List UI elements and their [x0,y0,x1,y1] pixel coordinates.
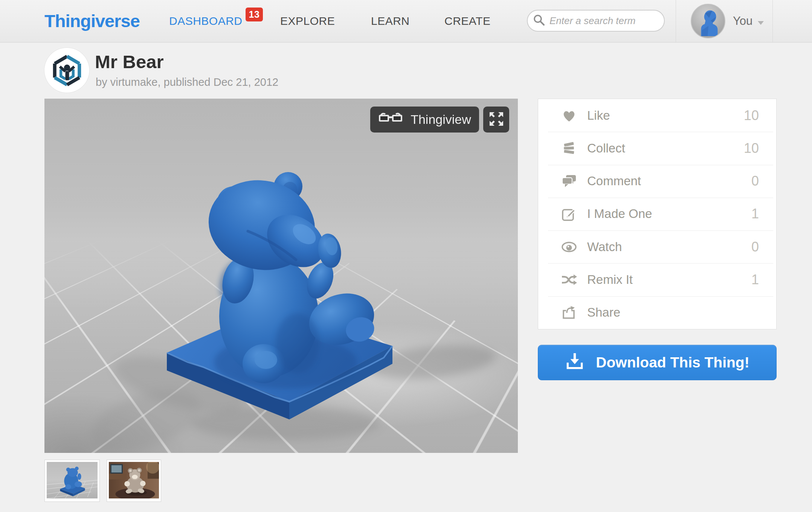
byline: by virtumake, published Dec 21, 2012 [96,76,278,88]
collect-count: 10 [744,140,759,156]
i-made-one-action[interactable]: I Made One 1 [538,198,776,230]
author-link[interactable]: virtumake [110,76,158,88]
search-icon [533,14,545,27]
share-action[interactable]: Share [538,296,776,329]
page-title: Mr Bear [95,51,163,72]
top-nav-bar: Thingiverse DASHBOARD 13 EXPLORE LEARN C… [0,0,812,43]
render-thumbnail[interactable] [44,460,100,502]
share-icon [560,305,578,320]
nav-learn[interactable]: LEARN [371,0,410,42]
remix-count: 1 [751,272,759,288]
collect-stack-icon [560,141,578,155]
search-input[interactable] [549,15,659,27]
like-action[interactable]: Like 10 [538,99,776,132]
nav-dashboard[interactable]: DASHBOARD 13 [169,0,243,42]
user-menu-label[interactable]: You [733,0,752,42]
virtumake-cube-logo [48,51,86,90]
notification-badge[interactable]: 13 [246,8,263,21]
fullscreen-expand-icon [488,111,505,128]
header-divider [772,0,773,42]
bear-model-render [44,99,518,453]
shuffle-icon [560,273,578,286]
thingiverse-thing-page: Thingiverse DASHBOARD 13 EXPLORE LEARN C… [0,0,812,512]
3d-glasses-icon [378,112,403,128]
pencil-box-icon [560,207,578,221]
nav-explore[interactable]: EXPLORE [280,0,335,42]
user-avatar-3d-bust [691,5,725,38]
watch-action[interactable]: Watch 0 [538,230,776,263]
comment-action[interactable]: Comment 0 [538,165,776,198]
watch-count: 0 [751,239,759,255]
comment-bubbles-icon [560,174,578,188]
download-button[interactable]: Download This Thing! [538,345,777,380]
model-viewport[interactable]: Thingiview [44,99,518,453]
download-button-label: Download This Thing! [596,354,749,371]
comment-count: 0 [751,173,759,189]
search-box[interactable] [527,10,665,32]
creator-avatar[interactable] [44,48,89,93]
i-made-one-count: 1 [751,206,759,222]
thingiview-button[interactable]: Thingiview [370,107,479,133]
like-count: 10 [744,108,759,123]
nav-create[interactable]: CREATE [444,0,490,42]
eye-icon [560,241,578,253]
collect-action[interactable]: Collect 10 [538,132,776,165]
thingiverse-logo[interactable]: Thingiverse [44,0,140,42]
photo-thumbnail[interactable] [107,460,161,502]
download-tray-icon [565,351,585,374]
remix-action[interactable]: Remix It 1 [538,263,776,296]
user-avatar[interactable] [691,4,725,38]
fullscreen-button[interactable] [483,107,509,133]
thingiview-label: Thingiview [411,112,471,127]
heart-icon [560,109,578,122]
header-divider [676,0,676,42]
chevron-down-icon[interactable] [758,20,764,26]
thing-actions-panel: Like 10 Collect 10 [538,99,777,329]
